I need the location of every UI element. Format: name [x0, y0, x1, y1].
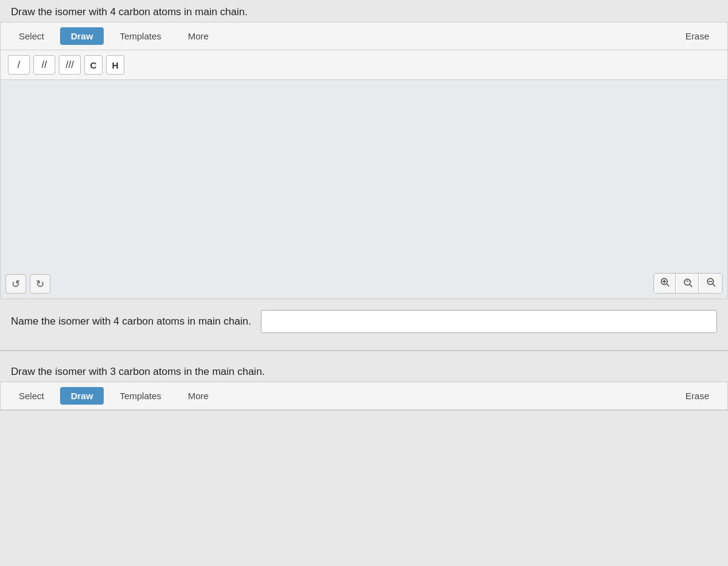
zoom-reset-icon	[682, 277, 693, 290]
redo-icon: ↻	[36, 278, 44, 291]
more-tab[interactable]: More	[177, 27, 220, 45]
svg-line-7	[713, 284, 715, 286]
svg-line-1	[667, 284, 669, 286]
zoom-in-icon	[659, 277, 670, 290]
draw-tab[interactable]: Draw	[60, 27, 104, 45]
triple-bond-btn[interactable]: ///	[59, 55, 81, 75]
name-section: Name the isomer with 4 carbon atoms in m…	[0, 299, 728, 344]
undo-icon: ↺	[12, 278, 20, 291]
section-divider	[0, 350, 728, 351]
zoom-in-button[interactable]	[654, 274, 676, 293]
draw-canvas-first[interactable]: ↺ ↻	[1, 80, 727, 298]
second-more-tab[interactable]: More	[177, 387, 220, 405]
second-draw-panel: Select Draw Templates More Erase	[0, 382, 728, 411]
name-input[interactable]	[261, 310, 717, 333]
first-instruction: Draw the isomer with 4 carbon atoms in m…	[0, 0, 728, 22]
svg-point-4	[684, 279, 690, 285]
first-draw-panel: Select Draw Templates More Erase / // //…	[0, 22, 728, 299]
zoom-out-button[interactable]	[700, 274, 722, 293]
second-instruction: Draw the isomer with 3 carbon atoms in t…	[0, 357, 728, 382]
bond-tools: / // /// C H	[1, 50, 727, 80]
select-tab[interactable]: Select	[8, 27, 55, 45]
name-label: Name the isomer with 4 carbon atoms in m…	[11, 315, 251, 328]
single-bond-icon: /	[18, 59, 20, 70]
zoom-controls-group	[653, 273, 723, 294]
redo-button[interactable]: ↻	[30, 274, 50, 294]
hydrogen-btn[interactable]: H	[106, 55, 124, 75]
erase-button[interactable]: Erase	[675, 27, 720, 45]
first-toolbar: Select Draw Templates More Erase	[1, 22, 727, 50]
second-select-tab[interactable]: Select	[8, 387, 55, 405]
second-toolbar: Select Draw Templates More Erase	[1, 382, 727, 410]
undo-redo-group: ↺ ↻	[5, 274, 50, 294]
undo-button[interactable]: ↺	[5, 274, 26, 294]
second-templates-tab[interactable]: Templates	[109, 387, 172, 405]
triple-bond-icon: ///	[66, 59, 73, 70]
double-bond-icon: //	[42, 59, 47, 70]
templates-tab[interactable]: Templates	[109, 27, 172, 45]
carbon-btn[interactable]: C	[84, 55, 103, 75]
second-erase-button[interactable]: Erase	[675, 387, 720, 405]
second-draw-tab[interactable]: Draw	[60, 387, 104, 405]
page-wrapper: Draw the isomer with 4 carbon atoms in m…	[0, 0, 728, 411]
zoom-reset-button[interactable]	[677, 274, 699, 293]
double-bond-btn[interactable]: //	[33, 55, 55, 75]
svg-line-5	[690, 285, 692, 287]
carbon-label: C	[90, 60, 97, 70]
zoom-out-icon	[706, 277, 716, 290]
single-bond-btn[interactable]: /	[8, 55, 30, 75]
hydrogen-label: H	[112, 60, 119, 70]
